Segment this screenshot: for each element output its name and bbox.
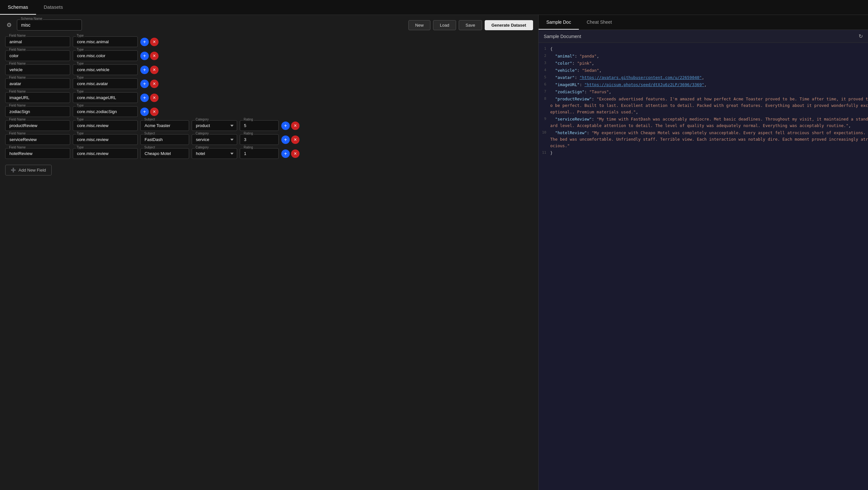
field-name-input[interactable] [5,50,70,61]
settings-icon-button[interactable]: ⚙ [5,20,13,30]
field-type-group: Type [73,106,138,117]
add-row-button[interactable]: + [140,108,149,116]
refresh-button[interactable]: ↻ [859,33,863,39]
add-row-button[interactable]: + [281,150,290,158]
code-content: "productReview": "Exceeds advertised fea… [550,96,868,115]
field-category-label: Category [195,146,210,149]
field-subject-input[interactable] [140,120,189,131]
field-type-input[interactable] [73,134,138,145]
field-subject-input[interactable] [140,134,189,145]
line-number: 5 [538,74,550,81]
load-button[interactable]: Load [433,20,456,30]
code-content: { [550,46,553,52]
field-type-label: Type [76,118,85,121]
row-actions: + × [140,108,158,116]
field-name-input[interactable] [5,120,70,131]
left-panel: ⚙ Schema Name New Load Save Generate Dat… [0,15,538,490]
field-name-input[interactable] [5,64,70,75]
field-name-input[interactable] [5,134,70,145]
field-type-input[interactable] [73,106,138,117]
line-number: 7 [538,89,550,95]
code-line: 8 "productReview": "Exceeds advertised f… [538,95,868,116]
add-field-plus-icon: ➕ [11,168,16,173]
add-row-button[interactable]: + [140,94,149,102]
schema-name-label: Schema Name [20,17,43,21]
code-content: "animal": "panda", [550,53,599,59]
field-type-input[interactable] [73,36,138,47]
remove-row-button[interactable]: × [150,108,158,116]
field-type-group: Type [73,148,138,159]
field-rating-input[interactable] [240,134,279,145]
field-rating-group: Rating [240,134,279,145]
field-type-input[interactable] [73,50,138,61]
field-category-select[interactable]: product service hotel [192,134,237,145]
code-content: "zodiacSign": "Taurus", [550,89,611,95]
field-rating-label: Rating [243,131,254,135]
field-name-label: Field Name [8,90,26,93]
row-actions: + × [281,122,300,130]
code-line: 6 "imageURL": "https://picsum.photos/see… [538,81,868,88]
field-name-label: Field Name [8,34,26,37]
field-type-input[interactable] [73,120,138,131]
field-name-input[interactable] [5,92,70,103]
remove-row-button[interactable]: × [150,94,158,102]
main-layout: ⚙ Schema Name New Load Save Generate Dat… [0,15,868,490]
add-row-button[interactable]: + [281,122,290,130]
remove-row-button[interactable]: × [150,66,158,74]
add-row-button[interactable]: + [140,38,149,46]
field-type-input[interactable] [73,64,138,75]
tab-datasets[interactable]: Datasets [36,0,71,14]
new-button[interactable]: New [408,20,430,30]
field-category-label: Category [195,118,210,121]
add-row-button[interactable]: + [281,135,290,144]
table-row: Field Name Type + × [5,78,533,89]
code-line: 5 "avatar": "https://avatars.githubuserc… [538,74,868,81]
remove-row-button[interactable]: × [150,52,158,60]
remove-row-button[interactable]: × [150,80,158,88]
field-category-select[interactable]: product service hotel [192,120,237,131]
remove-row-button[interactable]: × [291,135,300,144]
field-rating-input[interactable] [240,148,279,159]
generate-dataset-button[interactable]: Generate Dataset [485,20,533,30]
schema-header: ⚙ Schema Name New Load Save Generate Dat… [5,20,533,31]
field-subject-label: Subject [144,118,156,121]
field-name-input[interactable] [5,106,70,117]
field-type-group: Type [73,120,138,131]
schema-name-input[interactable] [17,20,82,31]
save-button[interactable]: Save [459,20,482,30]
code-content: "color": "pink", [550,60,594,67]
field-category-group: Category product service hotel [192,148,237,159]
remove-row-button[interactable]: × [291,150,300,158]
add-row-button[interactable]: + [140,80,149,88]
row-actions: + × [281,150,300,158]
remove-row-button[interactable]: × [291,122,300,130]
tab-sample-doc[interactable]: Sample Doc [538,15,579,30]
right-panel-header: Sample Document ↻ [538,30,868,43]
add-field-label: Add New Field [19,168,46,173]
right-panel: Sample Doc Cheat Sheet Sample Document ↻… [538,15,868,490]
field-type-input[interactable] [73,78,138,89]
add-row-button[interactable]: + [140,66,149,74]
field-subject-input[interactable] [140,148,189,159]
field-name-label: Field Name [8,146,26,149]
right-panel-tabs: Sample Doc Cheat Sheet [538,15,868,30]
remove-row-button[interactable]: × [150,38,158,46]
tab-cheat-sheet[interactable]: Cheat Sheet [579,15,620,30]
tab-schemas[interactable]: Schemas [0,0,36,14]
field-name-input[interactable] [5,148,70,159]
line-number: 11 [538,150,550,156]
add-row-button[interactable]: + [140,52,149,60]
field-category-group: Category product service hotel [192,134,237,145]
field-rating-input[interactable] [240,120,279,131]
field-type-input[interactable] [73,148,138,159]
field-category-select[interactable]: product service hotel [192,148,237,159]
field-name-input[interactable] [5,36,70,47]
add-field-button[interactable]: ➕ Add New Field [5,165,52,176]
field-name-input[interactable] [5,78,70,89]
field-subject-label: Subject [144,131,156,135]
field-type-label: Type [76,76,85,79]
field-type-group: Type [73,134,138,145]
field-type-input[interactable] [73,92,138,103]
table-row: Field Name Type + × [5,50,533,61]
field-name-group: Field Name [5,50,70,61]
